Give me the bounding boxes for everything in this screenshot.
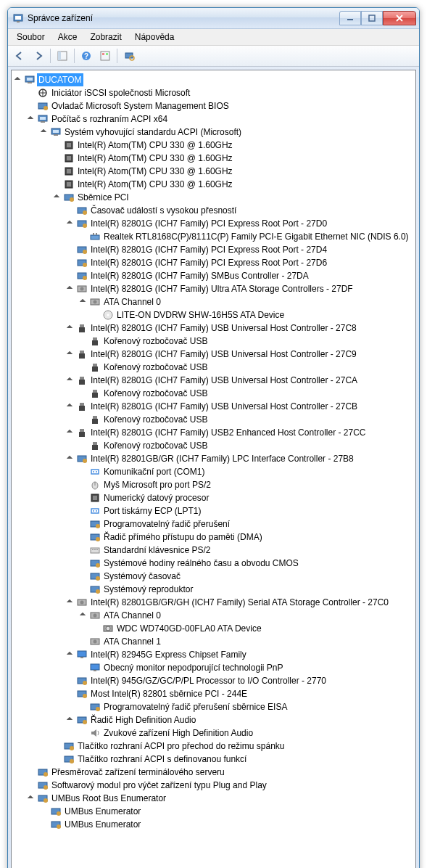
tree-node[interactable]: Intel(R) Atom(TM) CPU 330 @ 1.60GHz [13, 178, 414, 191]
tree-label: Intel(R) 82801G (ICH7 Family) USB Univer… [89, 322, 358, 335]
tree-node[interactable]: Kořenový rozbočovač USB [13, 439, 414, 452]
sys-icon [89, 701, 101, 713]
tree-node[interactable]: Komunikační port (COM1) [13, 465, 414, 478]
tree-node[interactable]: Myš Microsoft pro port PS/2 [13, 478, 414, 491]
tree-node[interactable]: Zvukové zařízení High Definition Audio [13, 726, 414, 740]
collapse-icon[interactable] [65, 650, 74, 659]
tree-node[interactable]: Programovatelný řadič přerušení sběrnice… [13, 700, 414, 713]
tree-node[interactable]: Kořenový rozbočovač USB [13, 387, 414, 400]
tree-node[interactable]: Intel(R) 82801G (ICH7 Family) USB Univer… [13, 348, 414, 361]
tree-node[interactable]: Řadič přímého přístupu do paměti (DMA) [13, 531, 414, 544]
collapse-icon[interactable] [26, 794, 35, 803]
menu-view[interactable]: Zobrazit [84, 30, 127, 45]
back-button[interactable] [11, 47, 28, 65]
tree-node[interactable]: Přesměrovač zařízení terminálového serve… [13, 766, 414, 779]
collapse-icon[interactable] [52, 193, 61, 202]
tree-node[interactable]: ATA Channel 1 [13, 635, 414, 648]
tree-node[interactable]: Řadič High Definition Audio [13, 713, 414, 726]
collapse-icon[interactable] [65, 454, 74, 463]
cpu-icon [63, 139, 75, 151]
menu-help[interactable]: Nápověda [129, 30, 181, 45]
tree-node[interactable]: Softwarový modul pro výčet zařízení typu… [13, 779, 414, 792]
tree-node[interactable]: Intel(R) Atom(TM) CPU 330 @ 1.60GHz [13, 139, 414, 152]
tree-node[interactable]: Obecný monitor nepodporující technologii… [13, 661, 414, 674]
tree-node[interactable]: Intel(R) 82801G (ICH7 Family) Ultra ATA … [13, 282, 414, 295]
menu-action[interactable]: Akce [52, 30, 83, 45]
tree-node[interactable]: Iniciátor iSCSI společnosti Microsoft [13, 86, 414, 99]
svg-point-130 [43, 798, 48, 803]
tree-node[interactable]: Numerický datový procesor [13, 491, 414, 504]
tree-node[interactable]: Intel(R) 82801G (ICH7 Family) PCI Expres… [13, 256, 414, 269]
tree-node[interactable]: Intel(R) 82801G (ICH7 Family) USB Univer… [13, 374, 414, 387]
collapse-icon[interactable] [65, 219, 74, 228]
tree-node[interactable]: Systém vyhovující standardu ACPI (Micros… [13, 126, 414, 139]
tree-node[interactable]: Intel(R) 82945G Express Chipset Family [13, 648, 414, 661]
tree-node[interactable]: DUCATOM [13, 73, 414, 86]
tree-node[interactable]: Port tiskárny ECP (LPT1) [13, 504, 414, 517]
tree-node[interactable]: Intel(R) 945G/GZ/GC/P/PL Processor to I/… [13, 674, 414, 687]
tree-node[interactable]: Ovladač Microsoft System Management BIOS [13, 99, 414, 112]
collapse-icon[interactable] [78, 298, 87, 306]
tree-node[interactable]: Tlačítko rozhraní ACPI pro přechod do re… [13, 740, 414, 753]
tree-node[interactable]: Intel(R) 82801G (ICH7 Family) USB Univer… [13, 322, 414, 335]
tree-node[interactable]: Systémový reproduktor [13, 583, 414, 596]
tree-node[interactable]: ATA Channel 0 [13, 609, 414, 622]
collapse-icon[interactable] [65, 376, 74, 385]
collapse-icon[interactable] [65, 428, 74, 437]
forward-button[interactable] [30, 47, 47, 65]
tree-node[interactable]: Programovatelný řadič přerušení [13, 517, 414, 531]
sys-icon [76, 270, 88, 282]
tree-node[interactable]: Intel(R) Atom(TM) CPU 330 @ 1.60GHz [13, 165, 414, 178]
tree-node[interactable]: Intel(R) 82801G (ICH7 Family) PCI Expres… [13, 243, 414, 256]
tree-node[interactable]: Realtek RTL8168C(P)/8111C(P) Family PCI-… [13, 230, 414, 243]
tree-node[interactable]: Intel(R) 82801G (ICH7 Family) USB2 Enhan… [13, 426, 414, 439]
tree-node[interactable]: Systémové hodiny reálného času a obvodu … [13, 557, 414, 570]
close-button[interactable] [383, 11, 416, 25]
titlebar[interactable]: Správce zařízení [8, 8, 419, 29]
tree-node[interactable]: LITE-ON DVDRW SHW-16H5S ATA Device [13, 308, 414, 322]
tree-node[interactable]: UMBus Enumerator [13, 818, 414, 831]
tree-node[interactable]: Intel(R) 82801GB/GR (ICH7 Family) LPC In… [13, 452, 414, 465]
tree-node[interactable]: Sběrnice PCI [13, 191, 414, 204]
collapse-icon[interactable] [65, 402, 74, 411]
tree-node[interactable]: Počítač s rozhraním ACPI x64 [13, 112, 414, 126]
collapse-icon[interactable] [65, 350, 74, 359]
tree-node[interactable]: Kořenový rozbočovač USB [13, 413, 414, 426]
tree-node[interactable]: UMBus Root Bus Enumerator [13, 792, 414, 805]
help-button[interactable]: ? [78, 47, 95, 65]
tree-content[interactable]: DUCATOMIniciátor iSCSI společnosti Micro… [11, 70, 416, 868]
tree-node[interactable]: Tlačítko rozhraní ACPI s definovanou fun… [13, 753, 414, 766]
tree-node[interactable]: Intel(R) 82801GB/GR/GH (ICH7 Family) Ser… [13, 596, 414, 609]
tree-node[interactable]: ATA Channel 0 [13, 295, 414, 308]
collapse-icon[interactable] [26, 115, 35, 123]
tree-node[interactable]: UMBus Enumerator [13, 805, 414, 818]
collapse-icon[interactable] [65, 598, 74, 607]
menu-file[interactable]: Soubor [11, 30, 51, 45]
collapse-icon[interactable] [65, 324, 74, 332]
tree-node[interactable]: WDC WD740GD-00FLA0 ATA Device [13, 622, 414, 635]
action-button[interactable] [96, 47, 114, 65]
tree-node[interactable]: Časovač událostí s vysokou přesností [13, 204, 414, 217]
tree-label: Intel(R) 82801G (ICH7 Family) USB2 Enhan… [89, 426, 367, 439]
computer-icon [50, 126, 62, 138]
collapse-icon[interactable] [78, 611, 87, 620]
scan-button[interactable] [120, 47, 138, 65]
collapse-icon[interactable] [39, 128, 48, 136]
tree-node[interactable]: Intel(R) 82801G (ICH7 Family) SMBus Cont… [13, 269, 414, 282]
tree-node[interactable]: Kořenový rozbočovač USB [13, 335, 414, 348]
tree-node[interactable]: Systémový časovač [13, 570, 414, 583]
collapse-icon[interactable] [65, 716, 74, 724]
tree-label: Intel(R) Atom(TM) CPU 330 @ 1.60GHz [76, 152, 234, 165]
tree-node[interactable]: Kořenový rozbočovač USB [13, 361, 414, 374]
show-hide-button[interactable] [54, 47, 71, 65]
collapse-icon[interactable] [65, 284, 74, 293]
collapse-icon[interactable] [13, 75, 22, 84]
tree-node[interactable]: Most Intel(R) 82801 sběrnice PCI - 244E [13, 687, 414, 700]
tree-node[interactable]: Intel(R) 82801G (ICH7 Family) USB Univer… [13, 400, 414, 413]
tree-node[interactable]: Standardní klávesnice PS/2 [13, 544, 414, 557]
minimize-button[interactable] [339, 11, 361, 25]
tree-label: Intel(R) Atom(TM) CPU 330 @ 1.60GHz [76, 139, 234, 152]
tree-node[interactable]: Intel(R) 82801G (ICH7 Family) PCI Expres… [13, 217, 414, 230]
tree-node[interactable]: Intel(R) Atom(TM) CPU 330 @ 1.60GHz [13, 152, 414, 165]
maximize-button[interactable] [361, 11, 383, 25]
